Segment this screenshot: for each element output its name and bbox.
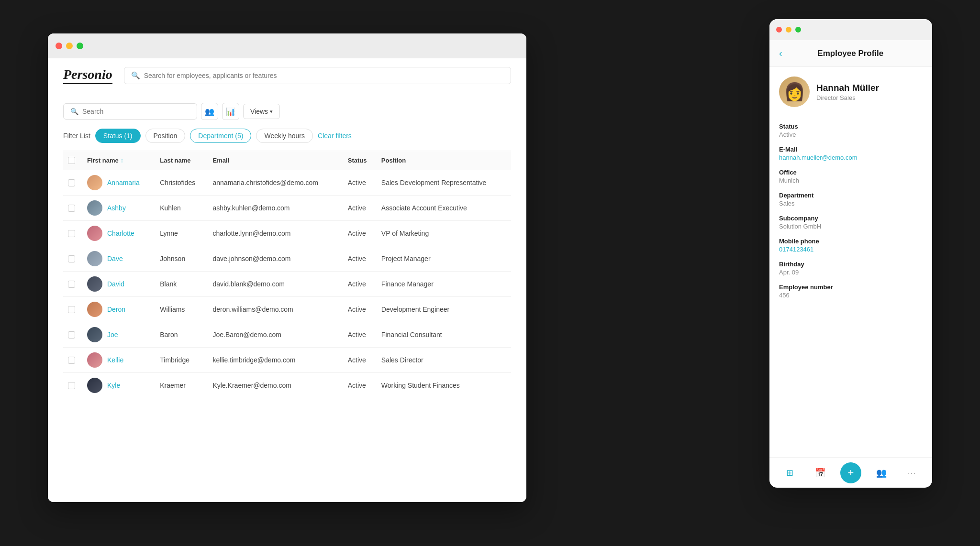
header-lastname[interactable]: Last name [155, 151, 208, 170]
global-search-container[interactable]: 🔍 [124, 67, 511, 84]
row-position-cell: Development Engineer [377, 297, 511, 322]
profile-field: Employee number 456 [779, 284, 923, 299]
row-checkbox[interactable] [68, 382, 75, 389]
local-search-container[interactable]: 🔍 [63, 103, 197, 120]
row-checkbox[interactable] [68, 331, 75, 339]
panel-header: ‹ Employee Profile [769, 40, 932, 67]
field-value: Sales [779, 200, 923, 207]
row-position-cell: Financial Consultant [377, 322, 511, 348]
row-checkbox-cell [63, 297, 82, 322]
row-status-cell: Active [343, 373, 377, 398]
group-by-button[interactable]: 👥 [201, 103, 218, 120]
row-firstname-cell: Kellie [82, 348, 155, 373]
row-checkbox[interactable] [68, 230, 75, 237]
field-value: Munich [779, 177, 923, 184]
field-value: Active [779, 131, 923, 138]
panel-traffic-red[interactable] [776, 27, 782, 33]
panel-traffic-green[interactable] [795, 27, 801, 33]
field-label: Status [779, 123, 923, 130]
traffic-light-yellow[interactable] [66, 43, 73, 49]
nav-more-button[interactable]: ··· [902, 462, 923, 483]
global-search-input[interactable] [144, 72, 504, 79]
row-email-cell: Kyle.Kraemer@demo.com [208, 373, 343, 398]
table-row: Kellie Timbridge kellie.timbridge@demo.c… [63, 348, 511, 373]
employee-area: 🔍 👥 📊 Views ▾ Filter List Status (1) [48, 93, 526, 408]
more-icon: ··· [908, 469, 916, 477]
row-lastname-cell: Kraemer [155, 373, 208, 398]
field-value[interactable]: hannah.mueller@demo.com [779, 154, 923, 161]
row-status-cell: Active [343, 272, 377, 297]
header-checkbox-col [63, 151, 82, 170]
row-checkbox-cell [63, 221, 82, 246]
profile-panel: ‹ Employee Profile 👩 Hannah Müller Direc… [769, 19, 932, 488]
row-lastname-cell: Kuhlen [155, 196, 208, 221]
group-icon: 👥 [205, 107, 214, 116]
row-checkbox[interactable] [68, 357, 75, 364]
filter-chip-weekly-hours[interactable]: Weekly hours [256, 129, 313, 143]
row-checkbox-cell [63, 348, 82, 373]
profile-fields: Status Active E-Mail hannah.mueller@demo… [769, 115, 932, 457]
employee-name-link[interactable]: Charlotte [107, 229, 134, 237]
row-status-cell: Active [343, 297, 377, 322]
table-row: Dave Johnson dave.johnson@demo.com Activ… [63, 246, 511, 272]
employee-name-link[interactable]: Deron [107, 306, 125, 313]
back-button[interactable]: ‹ [779, 48, 782, 59]
field-value[interactable]: 0174123461 [779, 246, 923, 253]
row-checkbox[interactable] [68, 179, 75, 186]
row-lastname-cell: Baron [155, 322, 208, 348]
row-checkbox[interactable] [68, 205, 75, 212]
panel-bottom-nav: ⊞ 📅 + 👥 ··· [769, 457, 932, 488]
employee-name-link[interactable]: David [107, 280, 124, 288]
table-row: Charlotte Lynne charlotte.lynn@demo.com … [63, 221, 511, 246]
views-dropdown[interactable]: Views ▾ [243, 104, 280, 119]
main-titlebar [48, 33, 526, 58]
employee-name-link[interactable]: Ashby [107, 204, 126, 212]
filter-chip-position[interactable]: Position [145, 129, 186, 143]
employee-name-link[interactable]: Annamaria [107, 179, 140, 186]
table-row: Ashby Kuhlen ashby.kuhlen@demo.com Activ… [63, 196, 511, 221]
row-checkbox[interactable] [68, 255, 75, 262]
profile-name: Hannah Müller [816, 83, 879, 93]
header-position[interactable]: Position [377, 151, 511, 170]
row-firstname-cell: Annamaria [82, 170, 155, 196]
traffic-light-green[interactable] [77, 43, 83, 49]
header-status[interactable]: Status [343, 151, 377, 170]
clear-filters-button[interactable]: Clear filters [318, 132, 352, 140]
row-lastname-cell: Williams [155, 297, 208, 322]
avatar [87, 200, 102, 216]
local-search-input[interactable] [82, 108, 190, 115]
employee-name-link[interactable]: Dave [107, 255, 123, 262]
table-row: Joe Baron Joe.Baron@demo.com Active Fina… [63, 322, 511, 348]
table-row: Annamaria Christofides annamaria.christo… [63, 170, 511, 196]
nav-grid-button[interactable]: ⊞ [779, 462, 800, 483]
employee-table: First name ↑ Last name Email Status Posi… [63, 151, 511, 398]
panel-traffic-yellow[interactable] [786, 27, 791, 33]
export-button[interactable]: 📊 [222, 103, 239, 120]
filter-chips-row: Filter List Status (1) Position Departme… [63, 129, 511, 143]
row-lastname-cell: Lynne [155, 221, 208, 246]
row-checkbox[interactable] [68, 281, 75, 288]
nav-people-button[interactable]: 👥 [871, 462, 892, 483]
row-lastname-cell: Christofides [155, 170, 208, 196]
filter-chip-department[interactable]: Department (5) [190, 129, 251, 143]
row-email-cell: ashby.kuhlen@demo.com [208, 196, 343, 221]
header-firstname[interactable]: First name ↑ [82, 151, 155, 170]
traffic-light-red[interactable] [56, 43, 62, 49]
employee-name-link[interactable]: Joe [107, 331, 118, 339]
filter-chip-status[interactable]: Status (1) [95, 129, 141, 143]
nav-add-button[interactable]: + [840, 462, 861, 483]
employee-name-link[interactable]: Kyle [107, 382, 120, 389]
row-status-cell: Active [343, 221, 377, 246]
row-firstname-cell: David [82, 272, 155, 297]
header-email[interactable]: Email [208, 151, 343, 170]
row-status-cell: Active [343, 322, 377, 348]
row-checkbox[interactable] [68, 306, 75, 313]
select-all-checkbox[interactable] [68, 157, 75, 164]
nav-calendar-button[interactable]: 📅 [810, 462, 831, 483]
row-checkbox-cell [63, 373, 82, 398]
calendar-icon: 📅 [815, 468, 825, 478]
filter-toolbar: 🔍 👥 📊 Views ▾ [63, 103, 511, 120]
avatar [87, 352, 102, 368]
employee-name-link[interactable]: Kellie [107, 356, 123, 364]
row-position-cell: Associate Account Executive [377, 196, 511, 221]
